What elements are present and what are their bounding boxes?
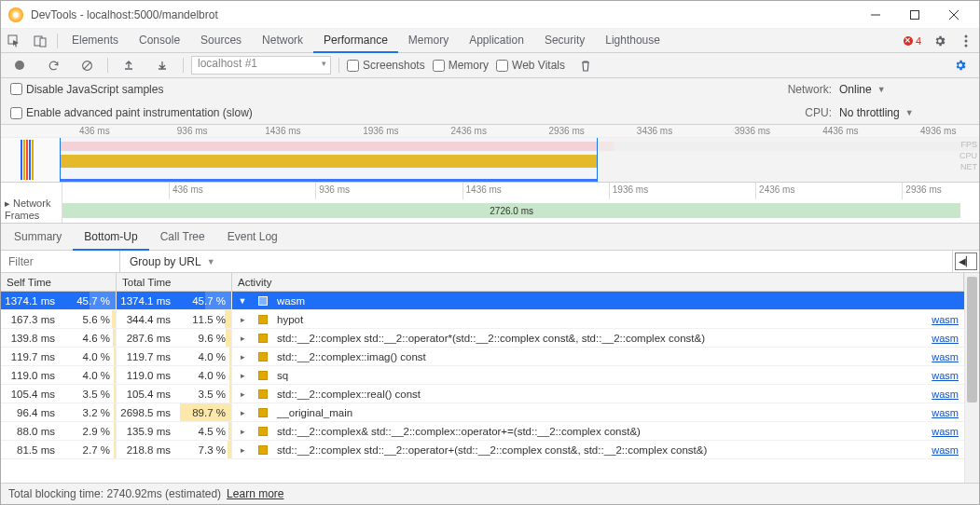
table-row[interactable]: 167.3 ms5.6 %344.4 ms11.5 %▸hypotwasm <box>1 310 964 329</box>
record-button[interactable] <box>7 53 33 77</box>
table-row[interactable]: 81.5 ms2.7 %218.8 ms7.3 %▸std::__2::comp… <box>1 441 964 459</box>
tab-security[interactable]: Security <box>534 29 595 53</box>
cpu-throttle-select[interactable]: No throttling ▼ <box>839 106 970 119</box>
table-row[interactable]: 119.7 ms4.0 %119.7 ms4.0 %▸std::__2::com… <box>1 348 964 366</box>
source-link[interactable]: wasm <box>932 389 959 400</box>
source-link[interactable]: wasm <box>932 407 959 418</box>
table-row[interactable]: 105.4 ms3.5 %105.4 ms3.5 %▸std::__2::com… <box>1 385 964 403</box>
source-link[interactable]: wasm <box>932 314 959 325</box>
self-time-pct: 5.6 % <box>59 310 117 328</box>
tab-network[interactable]: Network <box>252 29 313 53</box>
total-time-pct: 89.7 % <box>174 403 232 421</box>
load-profile-icon[interactable] <box>116 53 142 77</box>
group-by-select[interactable]: Group by URL ▼ <box>120 251 953 272</box>
subtab-call-tree[interactable]: Call Tree <box>149 224 216 251</box>
toggle-details-pane-icon[interactable]: ◀▏ <box>955 252 977 270</box>
error-count-badge[interactable]: ✕ 4 <box>898 29 927 52</box>
tab-lighthouse[interactable]: Lighthouse <box>595 29 670 53</box>
subtab-event-log[interactable]: Event Log <box>216 224 289 251</box>
row-expand-toggle[interactable]: ▸ <box>232 389 253 399</box>
row-expand-toggle[interactable]: ▼ <box>232 296 253 306</box>
source-link[interactable]: wasm <box>932 444 959 456</box>
total-time-pct: 4.0 % <box>174 348 232 365</box>
row-expand-toggle[interactable]: ▸ <box>232 445 253 455</box>
col-self-time[interactable]: Self Time <box>1 273 117 291</box>
status-learn-more-link[interactable]: Learn more <box>227 487 283 500</box>
total-time-ms: 119.7 ms <box>117 348 174 365</box>
table-row[interactable]: 119.0 ms4.0 %119.0 ms4.0 %▸sqwasm <box>1 366 964 385</box>
disable-js-samples-checkbox[interactable]: Disable JavaScript samples <box>10 83 675 96</box>
memory-checkbox[interactable]: Memory <box>433 59 489 72</box>
screenshots-checkbox-input[interactable] <box>347 60 359 72</box>
row-expand-toggle[interactable]: ▸ <box>232 371 253 380</box>
row-expand-toggle[interactable]: ▸ <box>232 427 253 436</box>
disable-js-samples-input[interactable] <box>10 83 22 95</box>
vertical-scrollbar[interactable] <box>964 273 979 483</box>
table-row[interactable]: 88.0 ms2.9 %135.9 ms4.5 %▸std::__2::comp… <box>1 422 964 441</box>
activity-name: std::__2::complex::imag() const <box>273 351 916 362</box>
table-row[interactable]: 96.4 ms3.2 %2698.5 ms89.7 %▸__original_m… <box>1 403 964 422</box>
col-total-time[interactable]: Total Time <box>117 273 232 291</box>
tab-elements[interactable]: Elements <box>62 29 129 53</box>
webvitals-checkbox-input[interactable] <box>496 60 508 72</box>
tab-performance[interactable]: Performance <box>313 29 398 53</box>
table-row[interactable]: 139.8 ms4.6 %287.6 ms9.6 %▸std::__2::com… <box>1 329 964 348</box>
network-throttle-select[interactable]: Online ▼ <box>839 83 970 96</box>
flamechart-tick: 2936 ms <box>905 184 941 195</box>
overview-selection-window[interactable] <box>60 138 598 182</box>
source-link[interactable]: wasm <box>932 370 959 381</box>
inspect-element-icon[interactable] <box>1 29 27 53</box>
filter-input[interactable] <box>1 251 120 272</box>
capture-settings-gear-icon[interactable] <box>947 53 973 77</box>
subtab-bottom-up[interactable]: Bottom-Up <box>73 224 148 251</box>
clear-button[interactable] <box>74 53 100 77</box>
settings-gear-icon[interactable] <box>927 29 953 53</box>
window-minimize-button[interactable] <box>856 2 895 28</box>
activity-name: std::__2::complex std::__2::operator*(st… <box>273 333 916 344</box>
overview-timeline[interactable]: 436 ms936 ms1436 ms1936 ms2436 ms2936 ms… <box>1 125 979 183</box>
overview-ruler: 436 ms936 ms1436 ms1936 ms2436 ms2936 ms… <box>1 125 979 138</box>
status-text: Total blocking time: 2740.92ms (estimate… <box>8 487 221 500</box>
more-menu-icon[interactable] <box>953 29 979 53</box>
source-link-cell: wasm <box>916 370 964 381</box>
tab-sources[interactable]: Sources <box>190 29 252 53</box>
screenshots-checkbox[interactable]: Screenshots <box>347 59 425 72</box>
profile-select[interactable]: localhost #1 <box>191 56 331 75</box>
frames-row-label[interactable]: Frames <box>5 210 58 221</box>
category-swatch <box>253 296 273 306</box>
network-throttle-value: Online <box>839 83 872 96</box>
row-expand-toggle[interactable]: ▸ <box>232 352 253 362</box>
tab-console[interactable]: Console <box>129 29 190 53</box>
paint-instrumentation-input[interactable] <box>10 107 22 119</box>
frames-main-segment[interactable]: 2726.0 ms <box>62 203 960 218</box>
row-expand-toggle[interactable]: ▸ <box>232 334 253 343</box>
flamechart-area[interactable]: 436 ms936 ms1436 ms1936 ms2436 ms2936 ms… <box>62 183 979 223</box>
scrollbar-thumb[interactable] <box>967 277 977 403</box>
source-link[interactable]: wasm <box>932 351 959 362</box>
table-header-row: Self Time Total Time Activity <box>1 273 964 292</box>
col-activity[interactable]: Activity <box>232 273 964 291</box>
self-time-ms: 105.4 ms <box>1 385 59 403</box>
total-time-pct: 7.3 % <box>174 441 232 458</box>
save-profile-icon[interactable] <box>149 53 175 77</box>
webvitals-checkbox[interactable]: Web Vitals <box>496 59 565 72</box>
source-link-cell: wasm <box>916 314 964 325</box>
tab-memory[interactable]: Memory <box>398 29 459 53</box>
source-link[interactable]: wasm <box>932 426 959 437</box>
memory-checkbox-input[interactable] <box>433 60 445 72</box>
window-maximize-button[interactable] <box>895 2 934 28</box>
tab-application[interactable]: Application <box>459 29 534 53</box>
source-link[interactable]: wasm <box>932 333 959 344</box>
network-row-label[interactable]: ▸ Network <box>5 198 58 210</box>
garbage-collect-icon[interactable] <box>573 53 599 77</box>
window-close-button[interactable] <box>934 2 973 28</box>
overview-tick: 436 ms <box>79 126 110 136</box>
subtab-summary[interactable]: Summary <box>3 224 73 251</box>
performance-toolbar: localhost #1 Screenshots Memory Web Vita… <box>1 53 979 78</box>
paint-instrumentation-checkbox[interactable]: Enable advanced paint instrumentation (s… <box>10 106 675 119</box>
reload-button[interactable] <box>40 53 66 77</box>
row-expand-toggle[interactable]: ▸ <box>232 315 253 324</box>
device-toolbar-icon[interactable] <box>27 29 53 53</box>
row-expand-toggle[interactable]: ▸ <box>232 408 253 417</box>
table-row[interactable]: 1374.1 ms45.7 %1374.1 ms45.7 %▼wasm <box>1 292 964 310</box>
